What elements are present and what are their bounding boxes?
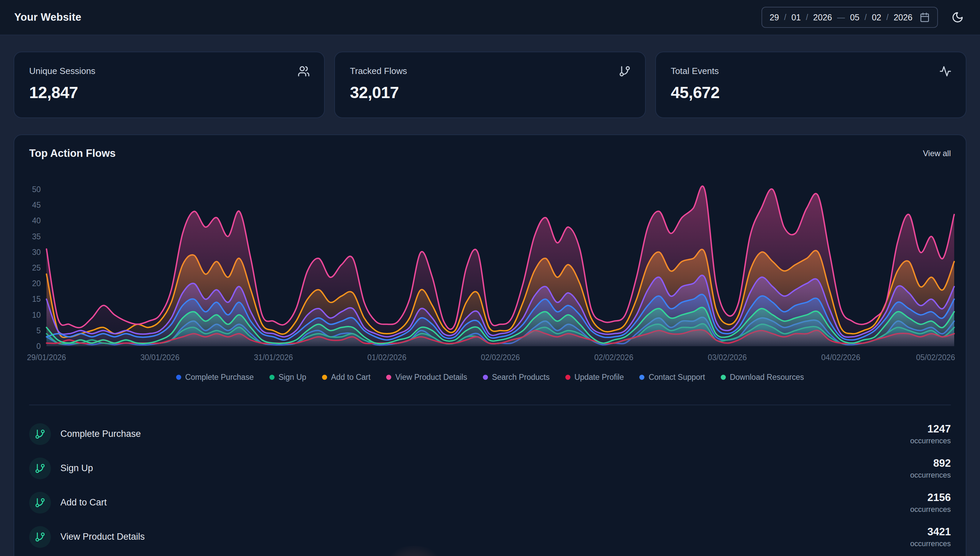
x-axis-tick-label: 01/02/2026 — [358, 353, 416, 362]
x-axis-tick-label: 30/01/2026 — [131, 353, 189, 362]
flow-count: 2156 — [927, 491, 951, 504]
legend-label: Sign Up — [279, 373, 307, 382]
git-branch-icon — [29, 492, 51, 514]
stats-row: Unique Sessions 12,847 Tracked Flows 32,… — [14, 52, 966, 118]
stat-card-total-events: Total Events 45,672 — [655, 52, 966, 118]
x-axis-tick-label: 31/01/2026 — [245, 353, 302, 362]
flow-row-add-to-cart[interactable]: Add to Cart 2156 occurrences — [29, 485, 951, 520]
x-axis-tick-label: 29/01/2026 — [18, 353, 75, 362]
date-range-dash: — — [837, 13, 845, 22]
y-axis-tick-label: 5 — [17, 326, 41, 335]
legend-item-sign-up[interactable]: Sign Up — [270, 373, 307, 382]
flow-count: 1247 — [927, 423, 951, 435]
y-axis-tick-label: 40 — [17, 216, 41, 225]
flow-name: Add to Cart — [60, 497, 910, 508]
date-slash: / — [784, 13, 786, 22]
end-month-field[interactable]: 02 — [872, 13, 881, 23]
date-slash: / — [806, 13, 808, 22]
stat-value: 12,847 — [29, 83, 309, 102]
end-day-field[interactable]: 05 — [850, 13, 859, 23]
y-axis-tick-label: 0 — [17, 342, 41, 351]
legend-item-add-to-cart[interactable]: Add to Cart — [322, 373, 371, 382]
view-all-button[interactable]: View all — [923, 149, 951, 158]
flow-occurrences-label: occurrences — [910, 505, 951, 514]
list-divider — [29, 405, 951, 405]
git-branch-icon — [618, 65, 631, 78]
legend-dot — [483, 375, 488, 380]
flow-name: Complete Purchase — [60, 429, 910, 439]
legend-label: Update Profile — [575, 373, 624, 382]
flows-area-chart[interactable]: 0510152025303540455029/01/202630/01/2026… — [14, 176, 966, 373]
flow-row-view-product-details[interactable]: View Product Details 3421 occurrences — [29, 520, 951, 554]
legend-label: Download Resources — [730, 373, 804, 382]
date-slash: / — [865, 13, 867, 22]
stat-card-unique-sessions: Unique Sessions 12,847 — [14, 52, 325, 118]
x-axis-tick-label: 02/02/2026 — [585, 353, 643, 362]
stat-value: 45,672 — [671, 83, 951, 102]
page-title: Your Website — [14, 11, 81, 23]
legend-dot — [639, 375, 644, 380]
legend-label: Contact Support — [649, 373, 705, 382]
start-day-field[interactable]: 29 — [770, 13, 779, 23]
legend-dot — [270, 375, 274, 380]
y-axis-tick-label: 20 — [17, 279, 41, 288]
start-month-field[interactable]: 01 — [791, 13, 801, 23]
stat-value: 32,017 — [350, 83, 630, 102]
x-axis-tick-label: 04/02/2026 — [812, 353, 870, 362]
y-axis-tick-label: 35 — [17, 232, 41, 241]
stat-card-tracked-flows: Tracked Flows 32,017 — [334, 52, 646, 118]
legend-dot — [176, 375, 181, 380]
header-actions: 29 / 01 / 2026 — 05 / 02 / 2026 — [762, 7, 966, 28]
legend-dot — [721, 375, 726, 380]
y-axis-tick-label: 15 — [17, 295, 41, 304]
legend-item-search-products[interactable]: Search Products — [483, 373, 550, 382]
flow-name: View Product Details — [60, 532, 910, 542]
flow-name: Sign Up — [60, 463, 910, 474]
legend-dot — [386, 375, 391, 380]
stat-label: Total Events — [671, 66, 951, 76]
legend-item-download-resources[interactable]: Download Resources — [721, 373, 804, 382]
legend-label: Add to Cart — [331, 373, 371, 382]
y-axis-tick-label: 10 — [17, 310, 41, 319]
main-content: Unique Sessions 12,847 Tracked Flows 32,… — [0, 35, 980, 556]
flows-card-title: Top Action Flows — [29, 147, 116, 160]
legend-item-contact-support[interactable]: Contact Support — [639, 373, 705, 382]
legend-label: Complete Purchase — [185, 373, 254, 382]
flow-list: Complete Purchase 1247 occurrences Sign … — [29, 417, 951, 554]
top-action-flows-card: Top Action Flows View all 05101520253035… — [14, 134, 966, 556]
flow-row-sign-up[interactable]: Sign Up 892 occurrences — [29, 451, 951, 485]
stat-label: Tracked Flows — [350, 66, 630, 76]
flow-occurrences-label: occurrences — [910, 471, 951, 480]
date-slash: / — [886, 13, 888, 22]
flow-count: 3421 — [927, 526, 951, 538]
end-year-field[interactable]: 2026 — [893, 13, 912, 23]
chart-canvas[interactable] — [14, 176, 966, 373]
legend-dot — [565, 375, 570, 380]
start-year-field[interactable]: 2026 — [813, 13, 832, 23]
y-axis-tick-label: 25 — [17, 263, 41, 273]
legend-item-complete-purchase[interactable]: Complete Purchase — [176, 373, 254, 382]
flow-occurrences-label: occurrences — [910, 436, 951, 445]
y-axis-tick-label: 45 — [17, 200, 41, 210]
x-axis-tick-label: 05/02/2026 — [907, 353, 964, 362]
git-branch-icon — [29, 526, 51, 548]
git-branch-icon — [29, 457, 51, 479]
flow-row-complete-purchase[interactable]: Complete Purchase 1247 occurrences — [29, 417, 951, 451]
users-icon — [298, 65, 310, 78]
legend-label: Search Products — [492, 373, 550, 382]
legend-label: View Product Details — [396, 373, 467, 382]
app-header: Your Website 29 / 01 / 2026 — 05 / 02 / … — [0, 0, 980, 35]
y-axis-tick-label: 30 — [17, 247, 41, 257]
x-axis-tick-label: 02/02/2026 — [472, 353, 530, 362]
flow-occurrences-label: occurrences — [910, 539, 951, 548]
legend-item-update-profile[interactable]: Update Profile — [565, 373, 624, 382]
date-range-picker[interactable]: 29 / 01 / 2026 — 05 / 02 / 2026 — [762, 7, 938, 28]
stat-label: Unique Sessions — [29, 66, 309, 76]
calendar-icon[interactable] — [920, 12, 930, 23]
theme-toggle-button[interactable] — [949, 9, 966, 26]
legend-dot — [322, 375, 327, 380]
legend-item-view-product-details[interactable]: View Product Details — [386, 373, 467, 382]
git-branch-icon — [29, 423, 51, 445]
flows-card-header: Top Action Flows View all — [29, 147, 951, 160]
x-axis-tick-label: 03/02/2026 — [698, 353, 756, 362]
